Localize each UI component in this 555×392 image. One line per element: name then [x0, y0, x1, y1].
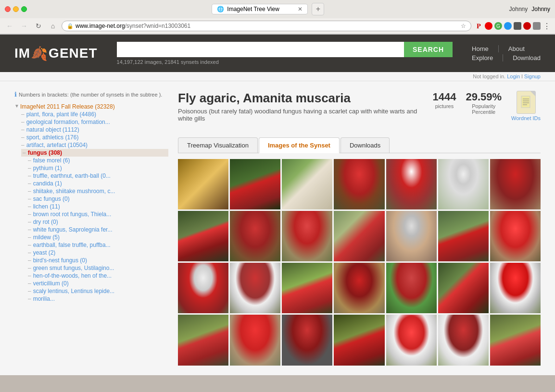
list-item[interactable] — [490, 263, 541, 313]
ext-2[interactable] — [485, 22, 492, 30]
list-item: –natural object (1112) — [21, 126, 168, 134]
ext-pinterest[interactable]: 𝐏 — [474, 22, 483, 30]
nav-about[interactable]: About — [508, 45, 525, 52]
tree-expand-icon[interactable]: ▼ — [14, 103, 19, 109]
list-item[interactable] — [386, 159, 437, 209]
nav-home[interactable]: Home — [472, 45, 489, 52]
ext-4[interactable] — [504, 22, 512, 30]
browser-chrome: 🌐 ImageNet Tree View ✕ + Johnny Johnny ←… — [0, 0, 555, 35]
list-item[interactable] — [178, 159, 228, 209]
tree-link-candida[interactable]: candida (1) — [33, 180, 62, 187]
wordnet-button[interactable]: Wordnet IDs — [511, 91, 541, 121]
tree-link-falsemorel[interactable]: false morel (6) — [33, 157, 70, 164]
ext-3[interactable]: G — [494, 22, 502, 30]
tab-close-icon[interactable]: ✕ — [298, 6, 303, 12]
list-item[interactable] — [438, 315, 489, 365]
popularity-stat: 29.59% Popularity Percentile — [466, 91, 502, 115]
tree-link-scalylentinus[interactable]: scaly lentinus, Lentinus lepide... — [33, 288, 114, 294]
list-item[interactable] — [282, 159, 332, 209]
ext-menu[interactable]: ⋮ — [542, 22, 551, 30]
tree-link-root[interactable]: ImageNet 2011 Fall Release (32328) — [20, 103, 115, 110]
tree-link-sport[interactable]: sport, athletics (176) — [26, 134, 79, 141]
list-item[interactable] — [386, 211, 437, 261]
tab-treemap[interactable]: Treemap Visualization — [178, 137, 258, 153]
tree-link-henofwoods[interactable]: hen-of-the-woods, hen of the... — [33, 272, 112, 279]
list-item[interactable] — [178, 263, 228, 313]
tab-images[interactable]: Images of the Synset — [259, 137, 340, 153]
tree-link-plant[interactable]: plant, flora, plant life (4486) — [26, 111, 96, 118]
back-button[interactable]: ← — [4, 20, 15, 32]
tree-link-morilia[interactable]: morilia... — [33, 295, 55, 302]
maximize-button[interactable] — [21, 6, 27, 12]
list-item: –plant, flora, plant life (4486) — [21, 110, 168, 118]
list-item: –verticillium (0) — [28, 280, 168, 287]
list-item: –sport, athletics (176) — [21, 134, 168, 141]
ext-5[interactable] — [514, 22, 521, 30]
tree-link-birdsnest[interactable]: bird's-nest fungus (0) — [33, 257, 87, 264]
list-item[interactable] — [230, 159, 280, 209]
list-item[interactable] — [438, 263, 489, 313]
header-nav-bottom: Explore Download — [472, 54, 541, 61]
tree-link-verticillium[interactable]: verticillium (0) — [33, 280, 69, 287]
address-domain: www.image-net.org — [76, 23, 125, 29]
tree-link-yeast[interactable]: yeast (2) — [33, 249, 56, 256]
home-nav-button[interactable]: ⌂ — [47, 20, 59, 32]
list-item[interactable] — [178, 315, 228, 365]
tree-link-brownroot[interactable]: brown root rot fungus, Thiela... — [33, 211, 112, 218]
list-item[interactable] — [334, 211, 384, 261]
list-item[interactable] — [334, 315, 384, 365]
list-item[interactable] — [230, 263, 280, 313]
forward-button[interactable]: → — [18, 20, 30, 32]
logo-part2: GENET — [49, 46, 97, 61]
list-item[interactable] — [490, 211, 541, 261]
tree-link-lichen[interactable]: lichen (11) — [33, 203, 60, 210]
login-link[interactable]: Login — [507, 74, 520, 79]
synset-title: Fly agaric, Amanita muscaria — [178, 91, 432, 106]
user-name: Johnny — [509, 6, 528, 12]
nav-explore[interactable]: Explore — [472, 54, 493, 61]
svg-rect-0 — [521, 96, 530, 108]
search-button[interactable]: SEARCH — [404, 42, 453, 57]
tree-link-geo[interactable]: geological formation, formation... — [26, 119, 110, 125]
list-item[interactable] — [386, 263, 437, 313]
tree-link-artifact[interactable]: artifact, artefact (10504) — [26, 142, 88, 148]
tree-link-shiitake[interactable]: shiitake, shiitake mushroom, c... — [33, 188, 115, 195]
tree-link-truffle[interactable]: truffle, earthnut, earth-ball (0... — [33, 172, 111, 179]
reload-button[interactable]: ↻ — [33, 20, 44, 32]
list-item[interactable] — [386, 315, 437, 365]
tab-downloads[interactable]: Downloads — [341, 137, 390, 153]
nav-download[interactable]: Download — [513, 54, 541, 61]
list-item[interactable] — [230, 315, 280, 365]
search-input[interactable] — [117, 42, 404, 57]
list-item[interactable] — [178, 211, 228, 261]
tree-link-earthball[interactable]: earthball, false truffle, puffba... — [33, 242, 111, 248]
list-item[interactable] — [490, 315, 541, 365]
ext-7[interactable] — [533, 22, 541, 30]
list-item[interactable] — [334, 159, 384, 209]
tree-link-mildew[interactable]: mildew (5) — [33, 234, 60, 241]
ext-close[interactable] — [523, 22, 531, 30]
tree-link-fungus[interactable]: fungus (308) — [28, 149, 62, 156]
list-item[interactable] — [334, 263, 384, 313]
list-item[interactable] — [282, 211, 332, 261]
list-item[interactable] — [230, 211, 280, 261]
signup-link[interactable]: Signup — [524, 74, 541, 79]
tree-link-pythium[interactable]: pythium (1) — [33, 165, 62, 172]
address-bar[interactable]: 🔒 www.image-net.org/synset?wnid=n1300306… — [62, 21, 471, 31]
list-item[interactable] — [282, 263, 332, 313]
list-item[interactable] — [282, 315, 332, 365]
close-button[interactable] — [5, 6, 11, 12]
tree-link-sacfungus[interactable]: sac fungus (0) — [33, 196, 70, 202]
minimize-button[interactable] — [13, 6, 19, 12]
tree-link-dryrot[interactable]: dry rot (0) — [33, 219, 58, 225]
tree-link-whitefungus[interactable]: white fungus, Saprolegnia fer... — [33, 226, 113, 233]
logo-part1: IM — [14, 46, 30, 61]
list-item[interactable] — [438, 211, 489, 261]
list-item[interactable] — [490, 159, 541, 209]
site-logo[interactable]: IM🍂GENET — [14, 46, 98, 61]
tree-link-greensmut[interactable]: green smut fungus, Ustilagino... — [33, 265, 114, 271]
new-tab-button[interactable]: + — [312, 3, 324, 15]
bookmark-icon[interactable]: ☆ — [461, 23, 466, 29]
tree-link-natural[interactable]: natural object (1112) — [26, 126, 79, 133]
list-item[interactable] — [438, 159, 489, 209]
